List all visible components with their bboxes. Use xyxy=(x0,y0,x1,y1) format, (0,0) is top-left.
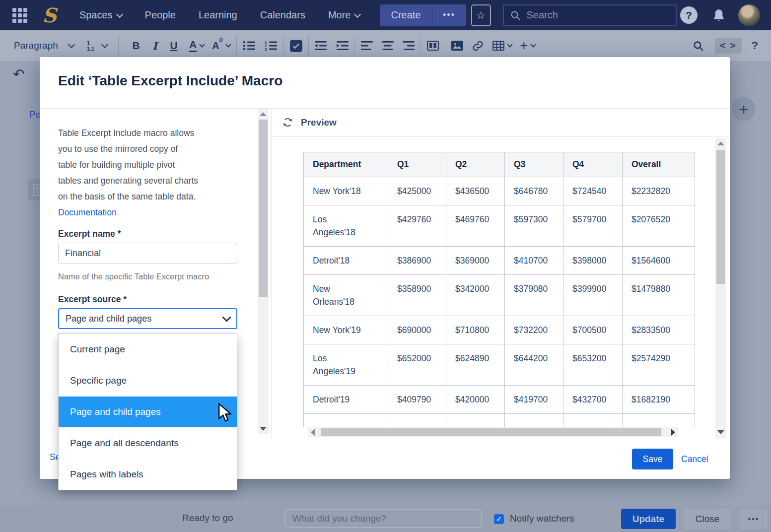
version-comment-input[interactable] xyxy=(284,509,482,528)
align-center-button[interactable] xyxy=(382,41,394,51)
outdent-button[interactable] xyxy=(315,41,327,51)
scroll-down-arrow[interactable] xyxy=(260,427,267,431)
app-logo[interactable]: S xyxy=(42,5,57,25)
help-icon[interactable]: ? xyxy=(680,6,698,24)
insert-plus-button[interactable]: + xyxy=(732,97,756,121)
nav-item-more[interactable]: More xyxy=(328,9,360,21)
page-layout-button[interactable] xyxy=(427,41,439,51)
scroll-left-arrow[interactable] xyxy=(311,429,315,436)
indent-button[interactable] xyxy=(337,41,349,51)
chevron-down-icon xyxy=(354,10,361,17)
link-icon xyxy=(472,40,484,52)
dropdown-option[interactable]: Page and child pages xyxy=(59,397,237,428)
undo-icon[interactable]: ↶ xyxy=(13,66,24,82)
editor-status-bar: Ready to go ✓ Notify watchers Update Clo… xyxy=(0,506,771,532)
scrollbar-thumb[interactable] xyxy=(716,150,725,284)
scrollbar-thumb[interactable] xyxy=(259,120,268,297)
indent-icon xyxy=(337,41,349,51)
documentation-link[interactable]: Documentation xyxy=(58,204,247,220)
value-cell xyxy=(304,414,388,428)
dropdown-option[interactable]: Page and all descendants xyxy=(59,427,237,459)
chevron-down-icon xyxy=(222,313,231,322)
table-row: Detroit'19$409790$420000$419700$432700$1… xyxy=(304,386,695,414)
text-color-dropdown[interactable]: A xyxy=(189,39,204,52)
insert-table-dropdown[interactable] xyxy=(492,41,512,51)
breadcrumb[interactable]: Pe xyxy=(29,109,41,120)
layout-columns-icon xyxy=(427,41,439,51)
insert-more-dropdown[interactable]: + xyxy=(520,39,535,53)
column-header: Overall xyxy=(623,152,695,177)
scroll-up-arrow[interactable] xyxy=(717,141,724,145)
editor-help-button[interactable]: ? xyxy=(752,39,758,52)
insert-image-button[interactable] xyxy=(451,41,463,51)
image-icon xyxy=(451,41,463,51)
close-button[interactable]: Close xyxy=(684,509,731,529)
find-replace-button[interactable] xyxy=(693,40,704,52)
value-cell: $597300 xyxy=(505,205,563,247)
chevron-down-icon xyxy=(101,41,108,48)
value-cell: $652000 xyxy=(388,344,446,386)
separator xyxy=(421,36,421,55)
paragraph-style-dropdown[interactable]: Paragraph xyxy=(14,40,74,51)
dropdown-option[interactable]: Specific page xyxy=(59,365,237,397)
bold-button[interactable]: B xyxy=(130,40,142,52)
update-button[interactable]: Update xyxy=(621,509,676,529)
align-left-button[interactable] xyxy=(361,41,373,51)
separator xyxy=(283,36,284,55)
table-row: Los Angeles'19$652000$624890$644200$6532… xyxy=(304,344,695,386)
underline-button[interactable]: U xyxy=(167,40,180,52)
department-cell: Detroit'19 xyxy=(304,386,388,414)
scrollbar-thumb[interactable] xyxy=(321,428,661,436)
panel-scrollbar[interactable] xyxy=(258,109,269,434)
preview-horizontal-scrollbar[interactable] xyxy=(308,427,678,437)
notify-watchers-checkbox[interactable]: ✓ xyxy=(494,514,504,524)
table-row: New York'18$425000$436500$646780$724540$… xyxy=(304,177,695,205)
numbered-headings-dropdown[interactable]: 11.1 xyxy=(87,40,107,52)
scroll-down-arrow[interactable] xyxy=(717,430,724,434)
numbered-list-button[interactable]: 123 xyxy=(265,40,278,51)
excerpt-name-input[interactable] xyxy=(58,243,237,264)
dropdown-option[interactable]: Pages with labels xyxy=(59,459,237,490)
value-cell: $409790 xyxy=(388,386,446,414)
preview-vertical-scrollbar[interactable] xyxy=(715,138,726,438)
app-grid-icon[interactable] xyxy=(12,8,27,23)
search-input[interactable] xyxy=(526,9,662,21)
value-cell: $432700 xyxy=(563,386,623,414)
italic-button[interactable]: I xyxy=(148,40,161,52)
dropdown-option[interactable]: Current page xyxy=(59,334,237,365)
more-options-button[interactable]: ••• xyxy=(740,509,768,529)
saved-for-later-button[interactable]: ☆ xyxy=(471,4,491,26)
nav-item-spaces[interactable]: Spaces xyxy=(79,9,122,21)
refresh-icon[interactable] xyxy=(282,117,293,128)
nav-item-people[interactable]: People xyxy=(145,9,176,21)
create-more-button[interactable]: ••• xyxy=(432,4,466,26)
preview-pane: DepartmentQ1Q2Q3Q4Overall New York'18$42… xyxy=(303,138,714,427)
preview-table: DepartmentQ1Q2Q3Q4Overall New York'18$42… xyxy=(303,152,695,427)
user-avatar[interactable] xyxy=(738,4,760,26)
value-cell xyxy=(563,414,623,428)
align-right-button[interactable] xyxy=(403,41,415,51)
chevron-down-icon xyxy=(507,42,512,47)
excerpt-source-select[interactable]: Page and child pages xyxy=(58,308,237,329)
insert-link-button[interactable] xyxy=(472,40,484,52)
value-cell: $2574290 xyxy=(623,344,695,386)
chevron-down-icon xyxy=(225,42,231,47)
value-cell: $436500 xyxy=(446,177,505,205)
cancel-button[interactable]: Cancel xyxy=(681,449,708,469)
create-button[interactable]: Create xyxy=(380,4,431,26)
task-list-button[interactable] xyxy=(290,40,302,52)
save-button[interactable]: Save xyxy=(632,449,673,469)
text-effects-dropdown[interactable]: AD xyxy=(212,40,230,52)
scroll-right-arrow[interactable] xyxy=(671,429,675,436)
column-header: Q1 xyxy=(388,152,446,177)
bullet-list-button[interactable] xyxy=(243,40,256,51)
table-icon xyxy=(492,41,504,51)
notifications-icon[interactable] xyxy=(712,8,725,22)
source-editor-button[interactable]: < > xyxy=(715,38,741,54)
nav-item-calendars[interactable]: Calendars xyxy=(260,9,305,21)
value-cell: $358900 xyxy=(388,275,446,316)
scroll-up-arrow[interactable] xyxy=(260,112,267,116)
description-line: table for building multiple pivot xyxy=(58,157,247,173)
nav-item-learning[interactable]: Learning xyxy=(199,9,237,21)
department-cell: Detroit'18 xyxy=(304,247,388,275)
